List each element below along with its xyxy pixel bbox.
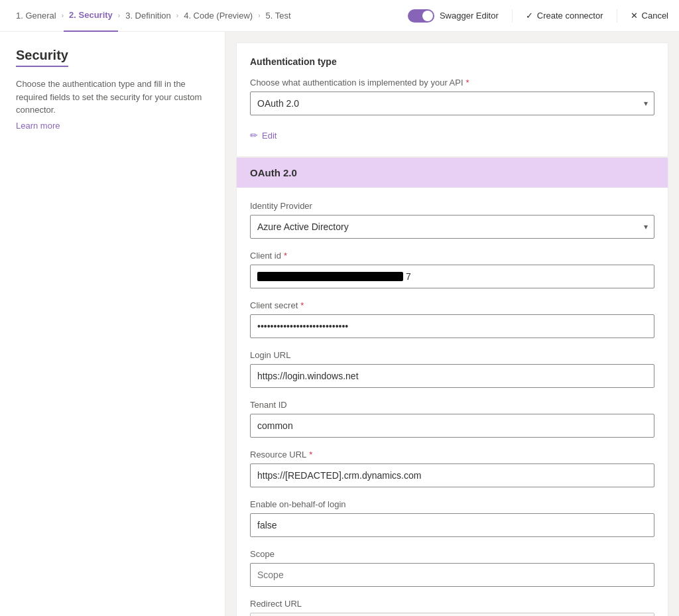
sidebar: Security Choose the authentication type … — [0, 32, 225, 616]
client-id-suffix: 7 — [406, 271, 411, 282]
create-connector-button[interactable]: ✓ Create connector — [526, 11, 603, 21]
nav-step-security-label: 2. Security — [69, 10, 113, 20]
scope-field: Scope — [250, 549, 654, 587]
login-url-input[interactable] — [250, 364, 654, 388]
client-secret-field: Client secret * — [250, 300, 654, 338]
close-icon: ✕ — [631, 11, 638, 21]
top-navigation: 1. General › 2. Security › 3. Definition… — [0, 0, 679, 32]
auth-type-section: Authentication type Choose what authenti… — [236, 42, 668, 157]
login-url-label: Login URL — [250, 350, 654, 360]
nav-step-general[interactable]: 1. General — [11, 0, 62, 32]
client-id-label: Client id * — [250, 251, 654, 261]
resource-url-input[interactable] — [250, 463, 654, 487]
auth-section-title: Authentication type — [250, 56, 654, 67]
content-area: Authentication type Choose what authenti… — [225, 32, 679, 616]
swagger-editor-label: Swagger Editor — [440, 11, 499, 21]
scope-label: Scope — [250, 549, 654, 559]
auth-type-choose-label: Choose what authentication is implemente… — [250, 78, 654, 88]
identity-provider-select-wrapper: Generic Oauth 2 Azure Active Directory G… — [250, 215, 654, 239]
swagger-toggle-container: Swagger Editor — [408, 9, 499, 23]
toggle-knob — [422, 11, 433, 21]
redirect-url-label: Redirect URL — [250, 599, 654, 609]
auth-edit-label: Edit — [262, 131, 277, 141]
nav-step-definition[interactable]: 3. Definition — [120, 0, 176, 32]
nav-step-test-label: 5. Test — [266, 11, 291, 21]
enable-obo-input[interactable] — [250, 513, 654, 537]
resource-url-label: Resource URL * — [250, 450, 654, 460]
client-id-field: Client id * 7 — [250, 251, 654, 288]
client-secret-label: Client secret * — [250, 300, 654, 310]
sidebar-title: Security — [16, 48, 68, 67]
main-layout: Security Choose the authentication type … — [0, 32, 679, 616]
auth-required-star: * — [466, 78, 469, 88]
nav-separator-2 — [617, 9, 617, 23]
client-id-masked — [257, 272, 403, 281]
nav-separator-1 — [512, 9, 513, 23]
redirect-url-field: Redirect URL — [250, 599, 654, 616]
redirect-url-wrapper — [250, 613, 654, 616]
enable-obo-label: Enable on-behalf-of login — [250, 499, 654, 509]
oauth-section: OAuth 2.0 Identity Provider Generic Oaut… — [236, 157, 668, 616]
client-secret-input[interactable] — [250, 314, 654, 338]
create-connector-label: Create connector — [537, 11, 603, 21]
oauth-header: OAuth 2.0 — [237, 158, 668, 188]
nav-step-code-label: 4. Code (Preview) — [184, 11, 253, 21]
login-url-field: Login URL — [250, 350, 654, 388]
enable-obo-field: Enable on-behalf-of login — [250, 499, 654, 537]
tenant-id-input[interactable] — [250, 414, 654, 438]
checkmark-icon: ✓ — [526, 11, 533, 21]
resource-url-field: Resource URL * — [250, 450, 654, 487]
tenant-id-field: Tenant ID — [250, 400, 654, 438]
identity-provider-field: Identity Provider Generic Oauth 2 Azure … — [250, 201, 654, 239]
cancel-label: Cancel — [642, 11, 668, 21]
auth-type-field-group: Choose what authentication is implemente… — [250, 78, 654, 115]
learn-more-link[interactable]: Learn more — [16, 121, 60, 131]
client-id-display: 7 — [250, 265, 654, 288]
client-id-required-star: * — [284, 251, 287, 261]
oauth-body: Identity Provider Generic Oauth 2 Azure … — [237, 188, 668, 616]
nav-step-definition-label: 3. Definition — [125, 11, 171, 21]
client-secret-required-star: * — [300, 300, 304, 310]
nav-step-security[interactable]: 2. Security — [64, 0, 118, 32]
redirect-url-input[interactable] — [250, 613, 654, 616]
nav-step-test[interactable]: 5. Test — [261, 0, 296, 32]
auth-edit-button[interactable]: ✏ Edit — [250, 127, 654, 143]
tenant-id-label: Tenant ID — [250, 400, 654, 410]
resource-url-required-star: * — [309, 450, 312, 460]
pencil-icon: ✏ — [250, 130, 258, 141]
identity-provider-label: Identity Provider — [250, 201, 654, 211]
sidebar-description: Choose the authentication type and fill … — [16, 78, 209, 117]
nav-step-general-label: 1. General — [16, 11, 56, 21]
oauth-title: OAuth 2.0 — [250, 167, 297, 178]
cancel-button[interactable]: ✕ Cancel — [631, 11, 668, 21]
scope-input[interactable] — [250, 563, 654, 587]
auth-type-select[interactable]: No authentication Basic authentication A… — [250, 92, 654, 115]
nav-right-actions: Swagger Editor ✓ Create connector ✕ Canc… — [408, 9, 668, 23]
nav-step-code[interactable]: 4. Code (Preview) — [178, 0, 258, 32]
auth-type-select-wrapper: No authentication Basic authentication A… — [250, 92, 654, 115]
identity-provider-select[interactable]: Generic Oauth 2 Azure Active Directory G… — [250, 215, 654, 239]
swagger-editor-toggle[interactable] — [408, 9, 434, 23]
